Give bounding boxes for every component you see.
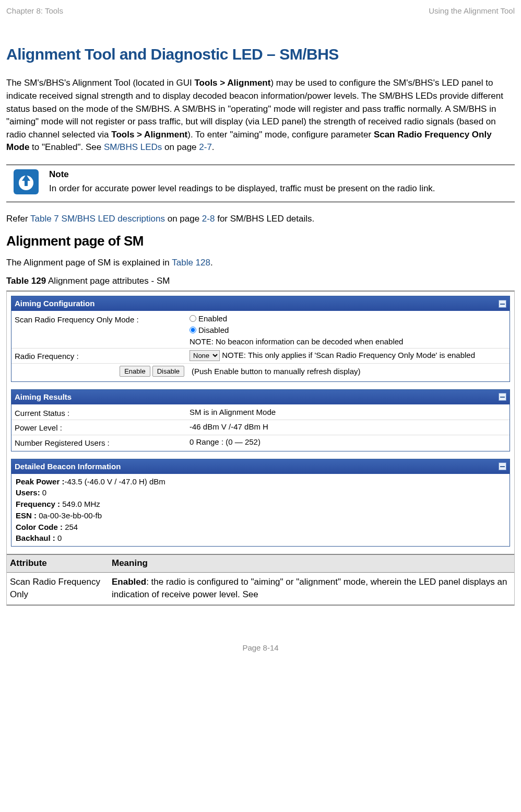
beacon-line: Peak Power :-43.5 (-46.0 V / -47.0 H) dB… [16,476,505,488]
attribute-table: Attribute Meaning Scan Radio Frequency O… [7,554,514,605]
scan-mode-note: NOTE: No beacon information can be decod… [190,336,506,347]
sub-paragraph: The Alignment page of SM is explained in… [6,257,515,270]
note-label: Note [49,168,515,181]
result-label: Power Level : [15,421,190,434]
intro-paragraph: The SM's/BHS's Alignment Tool (located i… [6,77,515,154]
link-table-128[interactable]: Table 128 [172,258,210,268]
disable-button[interactable]: Disable [152,366,184,377]
header-section: Using the Alignment Tool [429,5,515,17]
attr-header-attribute: Attribute [7,554,109,572]
result-value: SM is in Alignment Mode [190,407,506,418]
page-header: Chapter 8: Tools Using the Alignment Too… [6,5,515,17]
scan-mode-label: Scan Radio Frequency Only Mode : [15,313,190,326]
refer-paragraph: Refer Table 7 SM/BHS LED descriptions on… [6,213,515,226]
svg-rect-3 [25,181,28,186]
table-row: Power Level :-46 dBm V /-47 dBm H [11,420,510,435]
scan-mode-enabled-radio[interactable] [190,315,196,322]
note-text: In order for accurate power level readin… [49,182,515,195]
attr-cell-name: Scan Radio Frequency Only [7,572,109,605]
minimize-icon[interactable] [499,300,506,308]
beacon-line: ESN : 0a-00-3e-bb-00-fb [16,510,505,521]
note-callout: Note In order for accurate power level r… [6,165,515,202]
aiming-configuration-panel: Aiming Configuration Scan Radio Frequenc… [11,296,510,382]
aiming-configuration-header: Aiming Configuration [11,296,510,311]
sub-heading: Alignment page of SM [6,231,515,251]
screenshot-container: Aiming Configuration Scan Radio Frequenc… [6,291,515,606]
enable-note: (Push Enable button to manually refresh … [192,366,361,377]
attr-header-meaning: Meaning [109,554,514,572]
page-title: Alignment Tool and Diagnostic LED – SM/B… [6,43,515,66]
radio-frequency-select[interactable]: None [190,350,220,361]
result-label: Current Status : [15,407,190,419]
beacon-line: Backhaul : 0 [16,532,505,544]
note-icon [14,169,39,199]
attr-cell-meaning: Enabled: the radio is configured to "aim… [109,572,514,605]
enable-button[interactable]: Enable [120,366,150,377]
radio-frequency-label: Radio Frequency : [15,350,190,362]
result-value: 0 Range : (0 — 252) [190,436,506,448]
detailed-beacon-header: Detailed Beacon Information [11,459,510,474]
table-caption: Table 129 Alignment page attributes - SM [6,275,515,288]
result-label: Number Registered Users : [15,436,190,449]
minimize-icon[interactable] [499,393,506,401]
page-footer: Page 8-14 [6,642,515,654]
table-row: Number Registered Users :0 Range : (0 — … [11,435,510,450]
detailed-beacon-panel: Detailed Beacon Information Peak Power :… [11,459,510,547]
beacon-line: Frequency : 549.0 MHz [16,498,505,510]
link-page-2-8[interactable]: 2-8 [202,214,215,224]
header-chapter: Chapter 8: Tools [6,5,63,17]
radio-frequency-note: NOTE: This only applies if 'Scan Radio F… [222,351,475,359]
table-row: Current Status :SM is in Alignment Mode [11,405,510,421]
beacon-line: Users: 0 [16,487,505,498]
link-sm-bhs-leds[interactable]: SM/BHS LEDs [104,142,162,152]
aiming-results-panel: Aiming Results Current Status :SM is in … [11,389,510,451]
minimize-icon[interactable] [499,462,506,470]
link-page-2-7[interactable]: 2-7 [199,142,212,152]
result-value: -46 dBm V /-47 dBm H [190,421,506,433]
table-row: Scan Radio Frequency Only Enabled: the r… [7,572,514,605]
link-table-7[interactable]: Table 7 SM/BHS LED descriptions [30,214,165,224]
scan-mode-disabled-radio[interactable] [190,327,196,333]
beacon-line: Color Code : 254 [16,521,505,533]
aiming-results-header: Aiming Results [11,390,510,404]
